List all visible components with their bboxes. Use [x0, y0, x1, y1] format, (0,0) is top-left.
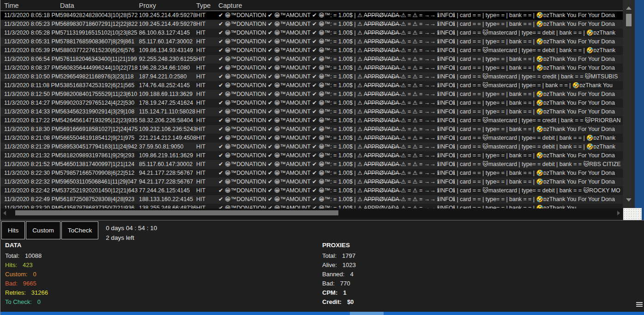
- table-row[interactable]: 11/3/2020 8:11:08 PM5385168374253192|6|2…: [0, 81, 623, 90]
- cell-time: 11/3/2020 8:22:30 PM: [0, 169, 60, 178]
- timer-elapsed: 0 days 04 : 54 : 10: [106, 223, 157, 233]
- table-row[interactable]: 11/3/2020 8:21:52 PM5465013817400997|1|2…: [0, 160, 623, 169]
- cell-data: 5691666918581027|12|24|475: [60, 125, 139, 134]
- tab-tocheck[interactable]: ToCheck: [61, 221, 99, 239]
- cell-type: HIT: [196, 143, 218, 151]
- horizontal-scrollbar-thumb[interactable]: [15, 210, 338, 215]
- table-row[interactable]: 11/3/2020 8:05:28 PM5711319916515102|10|…: [0, 29, 623, 37]
- scroll-up-icon[interactable]: [626, 6, 632, 10]
- cell-type: HIT: [196, 90, 218, 99]
- table-row[interactable]: 11/3/2020 8:22:32 PM5965031105068461|11|…: [0, 178, 623, 186]
- data-stat-value: 0: [37, 298, 41, 305]
- cell-time: 11/3/2020 8:21:29 PM: [0, 143, 60, 151]
- data-stat-label: Bad:: [5, 280, 18, 287]
- cell-time: 11/3/2020 8:21:32 PM: [0, 151, 60, 160]
- cell-proxy: 94.21.177.228:56767: [139, 178, 196, 186]
- cell-type: HIT: [196, 64, 218, 72]
- data-stat-value: 31266: [31, 289, 48, 296]
- table-row[interactable]: 11/3/2020 8:05:18 PM5984928248280043|10|…: [0, 11, 623, 20]
- cell-time: 11/3/2020 8:22:49 PM: [0, 195, 60, 204]
- cell-time: 11/3/2020 8:11:08 PM: [0, 81, 60, 90]
- horizontal-scrollbar[interactable]: [0, 208, 623, 218]
- cell-data: 5608356444996244|10|22|718: [60, 64, 139, 72]
- column-header-data[interactable]: Data: [60, 2, 139, 9]
- table-row[interactable]: 11/3/2020 8:12:50 PM5982008401755529|11|…: [0, 90, 623, 99]
- cell-capture: ✔ 😁™DONATION ✔ 😁™AMOUNT ✔ 😁™: = 1.00$ | …: [218, 195, 623, 204]
- cell-type: HIT: [196, 107, 218, 116]
- column-header-capture[interactable]: Capture: [218, 2, 623, 9]
- proxy-stat-value: $0: [347, 298, 354, 305]
- table-row[interactable]: 11/3/2020 8:05:39 PM5880377227615230|6|2…: [0, 46, 623, 55]
- cell-data: 5689830718607291|12|22|822: [60, 20, 139, 29]
- proxy-stat-line: Banned:4: [322, 270, 356, 279]
- cell-capture: ✔ 😁™DONATION ✔ 😁™AMOUNT ✔ 😁™: = 1.00$ | …: [218, 160, 623, 169]
- cell-capture: ✔ 😁™DONATION ✔ 😁™AMOUNT ✔ 😁™: = 1.00$ | …: [218, 81, 623, 90]
- cell-data: 5880377227615230|6|26|576: [60, 46, 139, 55]
- proxy-stats-panel: PROXIES Total:1797Alive:1023Banned:4Bad:…: [322, 242, 356, 307]
- proxy-stat-value: 1797: [342, 252, 355, 259]
- bottom-scrollbar-track[interactable]: [0, 312, 644, 315]
- cell-type: HIT: [196, 46, 218, 55]
- cell-capture: ✔ 😁™DONATION ✔ 😁™AMOUNT ✔ 😁™: = 1.00$ | …: [218, 99, 623, 107]
- table-row[interactable]: 11/3/2020 8:21:08 PM5665504619185412|9|2…: [0, 134, 623, 143]
- column-header-time[interactable]: Time: [0, 2, 60, 9]
- bottom-panel: HitsCustomToCheck 0 days 04 : 54 : 10 2 …: [0, 220, 644, 312]
- table-row[interactable]: 11/3/2020 8:22:30 PM5798571665709908|6|2…: [0, 169, 623, 178]
- result-tabs: HitsCustomToCheck 0 days 04 : 54 : 10 2 …: [0, 220, 644, 241]
- cell-data: 5426456147193295|12|23|935: [60, 116, 139, 125]
- cell-proxy: 77.244.26.125:4145: [139, 186, 196, 195]
- column-header-proxy[interactable]: Proxy: [139, 2, 196, 9]
- table-row[interactable]: 11/3/2020 8:06:54 PM5761182046343400|11|…: [0, 55, 623, 64]
- data-stat-label: Custom:: [5, 271, 27, 278]
- table-row[interactable]: 11/3/2020 8:18:30 PM5691666918581027|12|…: [0, 125, 623, 134]
- table-row[interactable]: 11/3/2020 8:05:31 PM5788176859083607|8|2…: [0, 37, 623, 46]
- column-header-type[interactable]: Type: [196, 2, 218, 9]
- bottom-scrollbar-thumb[interactable]: [350, 312, 384, 315]
- cell-data: 5788176859083607|8|29|861: [60, 37, 139, 46]
- table-row[interactable]: 11/3/2020 8:05:23 PM5689830718607291|12|…: [0, 20, 623, 29]
- vertical-scrollbar[interactable]: [623, 0, 635, 220]
- cell-type: HIT: [196, 204, 218, 208]
- cell-capture: ✔ 😁™DONATION ✔ 😁™AMOUNT ✔ 😁™: = 1.00$ | …: [218, 151, 623, 160]
- proxy-stat-line: Total:1797: [322, 251, 356, 261]
- scroll-left-icon[interactable]: [3, 211, 6, 215]
- table-row[interactable]: 11/3/2020 8:21:29 PM5895304517794163|11|…: [0, 143, 623, 151]
- cell-capture: ✔ 😁™DONATION ✔ 😁™AMOUNT ✔ 😁™: = 1.00$ | …: [218, 11, 623, 20]
- scroll-down-icon[interactable]: [626, 198, 632, 202]
- cell-data: 5372521920201450|12|21|643: [60, 186, 139, 195]
- cell-data: 5465013817400997|1|21|124: [60, 160, 139, 169]
- table-row[interactable]: 11/3/2020 8:14:33 PM5634562319902914|3|2…: [0, 107, 623, 116]
- cell-capture: ✔ 😁™DONATION ✔ 😁™AMOUNT ✔ 😁™: = 1.00$ | …: [218, 37, 623, 46]
- results-table: TimeDataProxyTypeCapture 11/3/2020 8:05:…: [0, 0, 623, 220]
- table-row[interactable]: 11/3/2020 8:14:27 PM5990203729765124|4|2…: [0, 99, 623, 107]
- table-row[interactable]: 11/3/2020 8:17:22 PM5426456147193295|12|…: [0, 116, 623, 125]
- cell-capture: ✔ 😁™DONATION ✔ 😁™AMOUNT ✔ 😁™: = 1.00$ | …: [218, 143, 623, 151]
- cell-proxy: 109.86.134.93:43149: [139, 46, 196, 55]
- cell-capture: ✔ 😁™DONATION ✔ 😁™AMOUNT ✔ 😁™: = 1.00$ | …: [218, 204, 623, 208]
- cell-type: HIT: [196, 72, 218, 81]
- table-row[interactable]: 11/3/2020 8:10:50 PM5296549821168976|3|2…: [0, 72, 623, 81]
- cell-time: 11/3/2020 8:05:18 PM: [0, 11, 60, 20]
- cell-capture: ✔ 😁™DONATION ✔ 😁™AMOUNT ✔ 😁™: = 1.00$ | …: [218, 72, 623, 81]
- table-row[interactable]: 11/3/2020 8:22:49 PM5618725087528308|4|2…: [0, 195, 623, 204]
- table-row[interactable]: 11/3/2020 8:21:32 PM5818209893197861|9|2…: [0, 151, 623, 160]
- proxy-stat-label: Alive:: [322, 262, 337, 268]
- cell-capture: ✔ 😁™DONATION ✔ 😁™AMOUNT ✔ 😁™: = 1.00$ | …: [218, 46, 623, 55]
- cell-capture: ✔ 😁™DONATION ✔ 😁™AMOUNT ✔ 😁™: = 1.00$ | …: [218, 20, 623, 29]
- menu-icon[interactable]: [636, 301, 643, 308]
- cell-type: HIT: [196, 186, 218, 195]
- vertical-scrollbar-thumb[interactable]: [626, 14, 632, 26]
- proxy-stats-title: PROXIES: [322, 242, 356, 251]
- tab-custom[interactable]: Custom: [26, 221, 60, 239]
- cell-type: HIT: [196, 116, 218, 125]
- table-row[interactable]: 11/3/2020 8:08:37 PM5608356444996244|10|…: [0, 64, 623, 72]
- table-row[interactable]: 11/3/2020 8:22:42 PM5372521920201450|12|…: [0, 186, 623, 195]
- proxy-stat-label: Banned:: [322, 271, 344, 278]
- scroll-right-icon[interactable]: [617, 211, 620, 215]
- checker-app-window: TimeDataProxyTypeCapture 11/3/2020 8:05:…: [0, 0, 644, 315]
- results-table-zone: TimeDataProxyTypeCapture 11/3/2020 8:05:…: [0, 0, 644, 220]
- proxy-stat-value: 1: [343, 289, 346, 296]
- tab-hits[interactable]: Hits: [1, 221, 25, 239]
- cell-capture: ✔ 😁™DONATION ✔ 😁™AMOUNT ✔ 😁™: = 1.00$ | …: [218, 134, 623, 143]
- table-row[interactable]: 11/3/2020 8:23:20 PM5435878786837350|7|2…: [0, 204, 623, 208]
